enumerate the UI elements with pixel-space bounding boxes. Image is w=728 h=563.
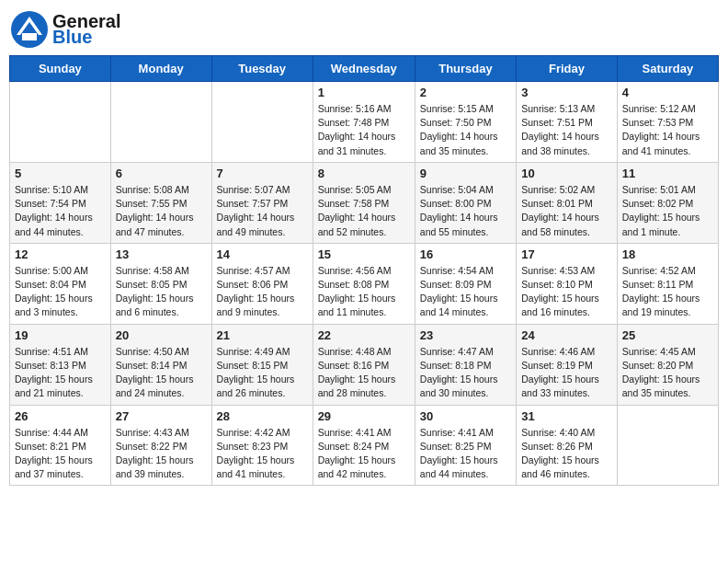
page-header: General Blue bbox=[9, 9, 719, 50]
day-number: 23 bbox=[420, 328, 511, 342]
day-info: Sunrise: 4:41 AM Sunset: 8:24 PM Dayligh… bbox=[318, 426, 410, 482]
calendar-cell: 19Sunrise: 4:51 AM Sunset: 8:13 PM Dayli… bbox=[10, 324, 111, 405]
day-info: Sunrise: 4:48 AM Sunset: 8:16 PM Dayligh… bbox=[318, 345, 410, 401]
logo-icon bbox=[9, 9, 50, 50]
calendar-cell: 17Sunrise: 4:53 AM Sunset: 8:10 PM Dayli… bbox=[517, 243, 618, 324]
calendar-cell: 1Sunrise: 5:16 AM Sunset: 7:48 PM Daylig… bbox=[313, 82, 415, 163]
calendar-week-row: 26Sunrise: 4:44 AM Sunset: 8:21 PM Dayli… bbox=[10, 405, 719, 486]
calendar-cell: 21Sunrise: 4:49 AM Sunset: 8:15 PM Dayli… bbox=[211, 324, 313, 405]
day-info: Sunrise: 4:40 AM Sunset: 8:26 PM Dayligh… bbox=[521, 426, 612, 482]
day-info: Sunrise: 4:58 AM Sunset: 8:05 PM Dayligh… bbox=[116, 264, 207, 320]
day-info: Sunrise: 4:56 AM Sunset: 8:08 PM Dayligh… bbox=[318, 264, 410, 320]
calendar-cell bbox=[10, 82, 111, 163]
calendar-cell: 9Sunrise: 5:04 AM Sunset: 8:00 PM Daylig… bbox=[415, 162, 516, 243]
calendar-cell: 27Sunrise: 4:43 AM Sunset: 8:22 PM Dayli… bbox=[110, 405, 211, 486]
calendar-cell: 29Sunrise: 4:41 AM Sunset: 8:24 PM Dayli… bbox=[313, 405, 415, 486]
day-info: Sunrise: 5:16 AM Sunset: 7:48 PM Dayligh… bbox=[318, 102, 410, 158]
logo-blue-text: Blue bbox=[52, 27, 120, 48]
day-info: Sunrise: 4:49 AM Sunset: 8:15 PM Dayligh… bbox=[217, 345, 308, 401]
day-number: 8 bbox=[318, 167, 410, 180]
calendar-cell: 20Sunrise: 4:50 AM Sunset: 8:14 PM Dayli… bbox=[110, 324, 211, 405]
calendar-week-row: 19Sunrise: 4:51 AM Sunset: 8:13 PM Dayli… bbox=[10, 324, 719, 405]
day-number: 30 bbox=[420, 409, 511, 423]
day-info: Sunrise: 4:53 AM Sunset: 8:10 PM Dayligh… bbox=[521, 264, 612, 320]
weekday-header-friday: Friday bbox=[517, 56, 618, 82]
day-number: 25 bbox=[622, 328, 713, 342]
day-info: Sunrise: 4:51 AM Sunset: 8:13 PM Dayligh… bbox=[15, 345, 106, 401]
calendar-week-row: 5Sunrise: 5:10 AM Sunset: 7:54 PM Daylig… bbox=[10, 162, 719, 243]
day-info: Sunrise: 5:13 AM Sunset: 7:51 PM Dayligh… bbox=[521, 102, 612, 158]
calendar-header-row: SundayMondayTuesdayWednesdayThursdayFrid… bbox=[10, 56, 719, 82]
weekday-header-thursday: Thursday bbox=[415, 56, 516, 82]
calendar-cell: 4Sunrise: 5:12 AM Sunset: 7:53 PM Daylig… bbox=[617, 82, 718, 163]
day-info: Sunrise: 4:46 AM Sunset: 8:19 PM Dayligh… bbox=[521, 345, 612, 401]
day-number: 18 bbox=[622, 247, 713, 261]
day-number: 10 bbox=[521, 167, 612, 180]
weekday-header-monday: Monday bbox=[110, 56, 211, 82]
calendar-cell: 22Sunrise: 4:48 AM Sunset: 8:16 PM Dayli… bbox=[313, 324, 415, 405]
day-info: Sunrise: 4:41 AM Sunset: 8:25 PM Dayligh… bbox=[420, 426, 511, 482]
calendar-cell: 13Sunrise: 4:58 AM Sunset: 8:05 PM Dayli… bbox=[110, 243, 211, 324]
calendar-cell: 11Sunrise: 5:01 AM Sunset: 8:02 PM Dayli… bbox=[617, 162, 718, 243]
calendar-cell: 15Sunrise: 4:56 AM Sunset: 8:08 PM Dayli… bbox=[313, 243, 415, 324]
calendar-cell: 2Sunrise: 5:15 AM Sunset: 7:50 PM Daylig… bbox=[415, 82, 516, 163]
weekday-header-saturday: Saturday bbox=[617, 56, 718, 82]
calendar-cell: 16Sunrise: 4:54 AM Sunset: 8:09 PM Dayli… bbox=[415, 243, 516, 324]
day-number: 2 bbox=[420, 86, 511, 99]
calendar-cell bbox=[211, 82, 313, 163]
calendar-week-row: 12Sunrise: 5:00 AM Sunset: 8:04 PM Dayli… bbox=[10, 243, 719, 324]
day-number: 17 bbox=[521, 247, 612, 261]
day-number: 7 bbox=[217, 167, 308, 180]
calendar-cell: 6Sunrise: 5:08 AM Sunset: 7:55 PM Daylig… bbox=[110, 162, 211, 243]
day-number: 21 bbox=[217, 328, 308, 342]
day-number: 12 bbox=[15, 247, 106, 261]
calendar-cell: 18Sunrise: 4:52 AM Sunset: 8:11 PM Dayli… bbox=[617, 243, 718, 324]
day-info: Sunrise: 5:07 AM Sunset: 7:57 PM Dayligh… bbox=[217, 183, 308, 239]
weekday-header-wednesday: Wednesday bbox=[313, 56, 415, 82]
calendar-cell: 14Sunrise: 4:57 AM Sunset: 8:06 PM Dayli… bbox=[211, 243, 313, 324]
day-number: 26 bbox=[15, 409, 106, 423]
day-number: 6 bbox=[116, 167, 207, 180]
day-info: Sunrise: 4:54 AM Sunset: 8:09 PM Dayligh… bbox=[420, 264, 511, 320]
calendar-cell: 25Sunrise: 4:45 AM Sunset: 8:20 PM Dayli… bbox=[617, 324, 718, 405]
calendar-cell: 7Sunrise: 5:07 AM Sunset: 7:57 PM Daylig… bbox=[211, 162, 313, 243]
day-info: Sunrise: 5:10 AM Sunset: 7:54 PM Dayligh… bbox=[15, 183, 106, 239]
day-info: Sunrise: 5:00 AM Sunset: 8:04 PM Dayligh… bbox=[15, 264, 106, 320]
day-number: 5 bbox=[15, 167, 106, 180]
day-info: Sunrise: 5:01 AM Sunset: 8:02 PM Dayligh… bbox=[622, 183, 713, 239]
day-number: 28 bbox=[217, 409, 308, 423]
calendar-cell: 26Sunrise: 4:44 AM Sunset: 8:21 PM Dayli… bbox=[10, 405, 111, 486]
day-number: 24 bbox=[521, 328, 612, 342]
day-number: 13 bbox=[116, 247, 207, 261]
calendar-cell: 30Sunrise: 4:41 AM Sunset: 8:25 PM Dayli… bbox=[415, 405, 516, 486]
calendar-cell: 5Sunrise: 5:10 AM Sunset: 7:54 PM Daylig… bbox=[10, 162, 111, 243]
day-info: Sunrise: 5:08 AM Sunset: 7:55 PM Dayligh… bbox=[116, 183, 207, 239]
day-number: 9 bbox=[420, 167, 511, 180]
day-info: Sunrise: 4:43 AM Sunset: 8:22 PM Dayligh… bbox=[116, 426, 207, 482]
day-info: Sunrise: 4:50 AM Sunset: 8:14 PM Dayligh… bbox=[116, 345, 207, 401]
day-info: Sunrise: 4:52 AM Sunset: 8:11 PM Dayligh… bbox=[622, 264, 713, 320]
day-info: Sunrise: 5:12 AM Sunset: 7:53 PM Dayligh… bbox=[622, 102, 713, 158]
svg-rect-3 bbox=[22, 33, 37, 40]
calendar-cell bbox=[617, 405, 718, 486]
day-number: 29 bbox=[318, 409, 410, 423]
day-info: Sunrise: 4:44 AM Sunset: 8:21 PM Dayligh… bbox=[15, 426, 106, 482]
calendar-cell: 3Sunrise: 5:13 AM Sunset: 7:51 PM Daylig… bbox=[517, 82, 618, 163]
day-number: 1 bbox=[318, 86, 410, 99]
day-info: Sunrise: 5:05 AM Sunset: 7:58 PM Dayligh… bbox=[318, 183, 410, 239]
day-number: 16 bbox=[420, 247, 511, 261]
calendar-cell bbox=[110, 82, 211, 163]
day-number: 19 bbox=[15, 328, 106, 342]
day-number: 3 bbox=[521, 86, 612, 99]
calendar-cell: 31Sunrise: 4:40 AM Sunset: 8:26 PM Dayli… bbox=[517, 405, 618, 486]
day-number: 31 bbox=[521, 409, 612, 423]
day-info: Sunrise: 5:04 AM Sunset: 8:00 PM Dayligh… bbox=[420, 183, 511, 239]
day-number: 11 bbox=[622, 167, 713, 180]
weekday-header-tuesday: Tuesday bbox=[211, 56, 313, 82]
calendar-cell: 23Sunrise: 4:47 AM Sunset: 8:18 PM Dayli… bbox=[415, 324, 516, 405]
day-number: 20 bbox=[116, 328, 207, 342]
calendar-week-row: 1Sunrise: 5:16 AM Sunset: 7:48 PM Daylig… bbox=[10, 82, 719, 163]
day-info: Sunrise: 4:45 AM Sunset: 8:20 PM Dayligh… bbox=[622, 345, 713, 401]
logo: General Blue bbox=[9, 9, 120, 50]
day-number: 22 bbox=[318, 328, 410, 342]
